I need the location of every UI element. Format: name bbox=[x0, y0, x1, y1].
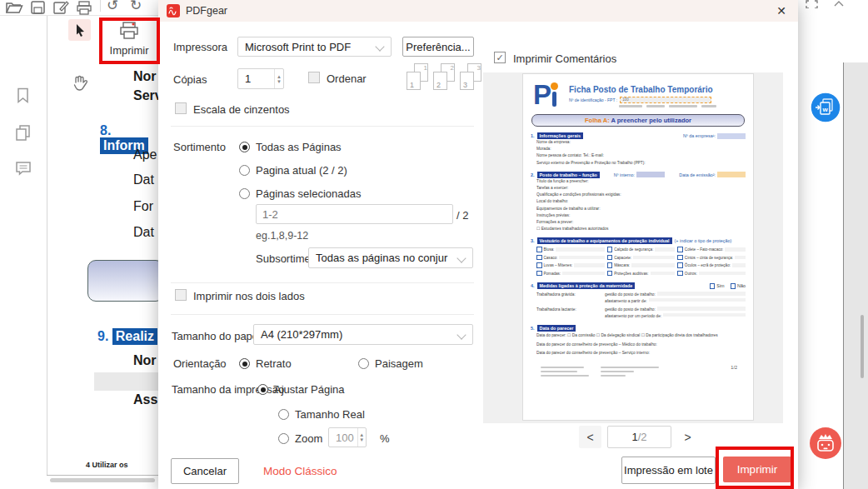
next-page-button[interactable]: > bbox=[676, 426, 699, 448]
pages-icon[interactable] bbox=[15, 124, 32, 141]
classic-mode-link[interactable]: Modo Clássico bbox=[263, 465, 337, 477]
radio-zoom[interactable] bbox=[278, 433, 289, 444]
radio-zoom-label: Zoom bbox=[295, 432, 322, 445]
collate-page-icon: 11 bbox=[407, 63, 428, 90]
tiny-checkbox bbox=[536, 271, 542, 277]
print-comments-checkbox[interactable]: ✓ bbox=[494, 52, 506, 63]
dialog-titlebar[interactable]: PDFgear ✕ bbox=[158, 0, 798, 22]
radio-portrait-label: Retrato bbox=[256, 357, 292, 370]
zoom-input[interactable] bbox=[329, 428, 357, 447]
subset-select-value: Todas as páginas no conjur bbox=[316, 252, 447, 264]
preview-section3-header: 3. Vestuário de trabalho e equipamentos … bbox=[531, 237, 746, 244]
background-document: Nor Serv 8. Inform Ape Dat For Dat 9. Re… bbox=[47, 0, 158, 476]
radio-current-page[interactable] bbox=[239, 165, 250, 176]
right-gray-panel bbox=[844, 62, 868, 489]
prev-page-button[interactable]: < bbox=[579, 426, 601, 448]
preview-section5-rows: Data do parecer: ☐ Da comissão ☐ Da dele… bbox=[531, 332, 746, 358]
preview-header: P Ficha Posto de Trabalho Temporário Nº … bbox=[523, 74, 753, 112]
footnote-blur bbox=[601, 365, 659, 377]
preview-section4-rows: Trabalhadora grávida:gestão do posto de … bbox=[531, 292, 746, 319]
cancel-button[interactable]: Cancelar bbox=[171, 458, 239, 484]
tiny-checkbox bbox=[677, 262, 683, 268]
subset-select[interactable]: Todas as páginas no conjur bbox=[308, 247, 473, 268]
range-total: / 2 bbox=[456, 209, 468, 222]
convert-to-word-icon[interactable]: w bbox=[810, 92, 841, 123]
doc-text: Dat bbox=[133, 225, 154, 240]
chevron-down-icon bbox=[375, 42, 384, 51]
preview-id-value: 100 bbox=[620, 97, 711, 103]
divider bbox=[171, 282, 474, 283]
close-icon[interactable]: ✕ bbox=[776, 4, 786, 17]
zoom-percent-label: % bbox=[380, 432, 390, 445]
ai-robot-icon[interactable] bbox=[809, 427, 842, 460]
collate-label: Ordenar bbox=[327, 72, 367, 85]
doc-text: Ass bbox=[133, 392, 157, 407]
radio-all-pages[interactable] bbox=[239, 142, 250, 152]
print-dialog: PDFgear ✕ Impressora Microsoft Print to … bbox=[158, 0, 798, 489]
zoom-stepper[interactable]: ▲▼ bbox=[328, 427, 367, 447]
preview-section2-rows: Título da função a preencher:Tarefas a e… bbox=[531, 178, 746, 233]
page-number-box[interactable]: 1/2 bbox=[607, 426, 671, 448]
preview-banner: Folha A: A preencher pelo utilizador bbox=[531, 114, 745, 127]
preferences-button[interactable]: Preferência... bbox=[402, 37, 474, 57]
footnote-blur bbox=[541, 365, 589, 377]
radio-all-pages-label: Todas as Páginas bbox=[256, 141, 342, 153]
doc-form-box bbox=[87, 260, 158, 302]
app-window: { "window": { "title": "PDFgear", "close… bbox=[0, 0, 868, 489]
chevron-right-icon: > bbox=[684, 431, 691, 444]
preview-section5-header: 5. Data do parecer bbox=[531, 325, 746, 332]
collate-page-icon: 22 bbox=[433, 63, 455, 90]
tiny-checkbox bbox=[607, 255, 613, 261]
highlight-rect-print-tool bbox=[99, 17, 160, 64]
doc-text: Serv bbox=[133, 88, 158, 103]
duplex-label: Imprimir nos dois lados bbox=[193, 290, 305, 302]
tiny-checkbox bbox=[677, 255, 683, 261]
comment-icon[interactable] bbox=[15, 161, 32, 177]
page-bottom-edge bbox=[47, 475, 158, 476]
duplex-checkbox[interactable] bbox=[175, 289, 187, 301]
fullscreen-icon[interactable] bbox=[806, 0, 818, 8]
id-subtext-blur bbox=[619, 105, 745, 107]
preview-page-number: 1/2 bbox=[731, 365, 737, 370]
radio-fit-page[interactable] bbox=[257, 384, 268, 395]
pi-logo: P bbox=[533, 80, 563, 112]
printer-select[interactable]: Microsoft Print to PDF bbox=[237, 37, 392, 57]
open-file-icon[interactable] bbox=[5, 0, 23, 15]
collate-preview-icons: 11 22 33 bbox=[407, 63, 481, 90]
radio-landscape-label: Paisagem bbox=[375, 357, 423, 370]
doc-text: Dat bbox=[133, 172, 154, 187]
radio-actual-size[interactable] bbox=[278, 409, 289, 420]
preview-section1-header: 1. Informações gerais Nº da empresa¹: bbox=[531, 132, 746, 139]
vertical-scrollbar[interactable] bbox=[861, 315, 864, 378]
grayscale-checkbox[interactable] bbox=[175, 102, 187, 114]
copies-input[interactable] bbox=[238, 69, 274, 88]
radio-portrait[interactable] bbox=[239, 358, 250, 369]
stepper-down-icon[interactable]: ▼ bbox=[277, 79, 282, 84]
preview-section2-header: 2. Posto de trabalho – função Nº interno… bbox=[531, 172, 746, 178]
collate-page-icon: 33 bbox=[460, 63, 481, 90]
collate-checkbox[interactable] bbox=[308, 72, 320, 83]
range-hint: eg.1,8,9-12 bbox=[256, 230, 308, 242]
batch-print-button[interactable]: Impressão em lote bbox=[621, 457, 716, 484]
stepper-down-icon[interactable]: ▼ bbox=[359, 437, 364, 442]
chevron-up-icon[interactable] bbox=[833, 0, 845, 7]
doc-text: Ape bbox=[133, 147, 157, 162]
horizontal-scrollbar[interactable] bbox=[50, 478, 155, 482]
window-edge-line bbox=[843, 62, 844, 489]
bookmark-icon[interactable] bbox=[17, 87, 30, 104]
doc-text: Nor bbox=[133, 69, 157, 84]
paper-size-label: Tamanho do papel bbox=[172, 330, 261, 342]
radio-selected-pages[interactable] bbox=[239, 188, 250, 199]
tiny-checkbox bbox=[607, 271, 613, 277]
copies-stepper[interactable]: ▲▼ bbox=[237, 68, 284, 89]
preview-id-line: Nº de identificação - FPT : 100 bbox=[569, 97, 745, 103]
page-range-input[interactable] bbox=[256, 204, 453, 224]
paper-size-select[interactable]: A4 (210*297mm) bbox=[253, 324, 473, 345]
doc-text: For bbox=[133, 199, 153, 214]
save-icon[interactable] bbox=[30, 0, 46, 15]
chevron-down-icon bbox=[456, 253, 466, 262]
printer-select-value: Microsoft Print to PDF bbox=[245, 41, 351, 53]
doc-text: Nor bbox=[133, 353, 157, 368]
tiny-checkbox bbox=[536, 255, 542, 261]
radio-landscape[interactable] bbox=[358, 358, 369, 369]
